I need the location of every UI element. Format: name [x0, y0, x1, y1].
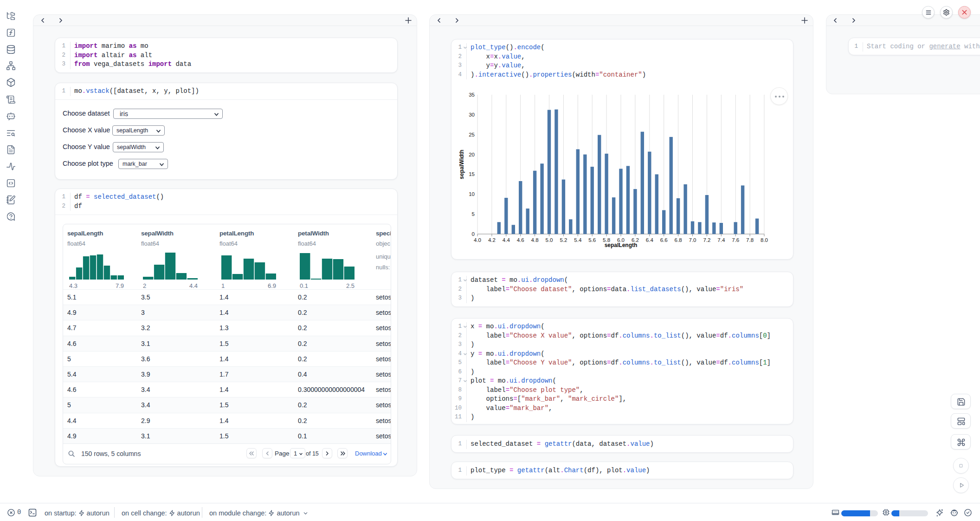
svg-text:5.2: 5.2 — [560, 237, 567, 243]
svg-text:0: 0 — [472, 231, 475, 237]
svg-text:30: 30 — [469, 112, 475, 117]
svg-text:15: 15 — [469, 171, 475, 177]
svg-text:5.6: 5.6 — [588, 237, 596, 243]
svg-text:35: 35 — [469, 92, 475, 98]
svg-text:7.2: 7.2 — [703, 237, 710, 243]
svg-text:4.0: 4.0 — [474, 237, 481, 243]
svg-text:20: 20 — [469, 152, 475, 157]
svg-text:25: 25 — [469, 132, 475, 137]
svg-text:7.0: 7.0 — [689, 237, 696, 243]
svg-text:4.8: 4.8 — [531, 237, 539, 243]
svg-text:5.0: 5.0 — [546, 237, 553, 243]
svg-text:6.4: 6.4 — [646, 237, 654, 243]
svg-text:5.4: 5.4 — [574, 237, 582, 243]
svg-text:7.4: 7.4 — [717, 237, 725, 243]
svg-text:8.0: 8.0 — [761, 237, 768, 243]
svg-text:4.6: 4.6 — [517, 237, 524, 243]
svg-text:4.2: 4.2 — [488, 237, 496, 243]
svg-text:7.8: 7.8 — [746, 237, 754, 243]
svg-text:4.4: 4.4 — [503, 237, 510, 243]
svg-text:5: 5 — [472, 211, 475, 217]
svg-text:sepalWidth: sepalWidth — [458, 150, 465, 179]
svg-text:7.6: 7.6 — [732, 237, 739, 243]
svg-text:6.6: 6.6 — [660, 237, 668, 243]
svg-text:6.8: 6.8 — [675, 237, 682, 243]
svg-text:sepalLength: sepalLength — [605, 242, 638, 248]
svg-text:10: 10 — [469, 191, 475, 197]
